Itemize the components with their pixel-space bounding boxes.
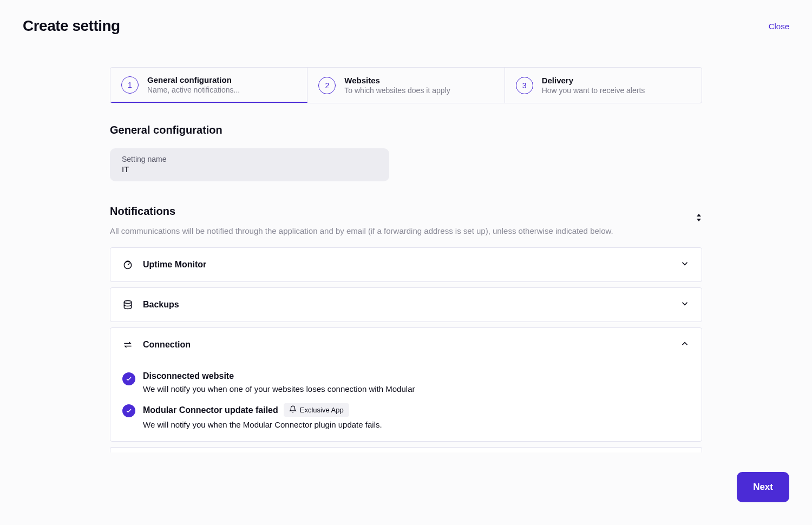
notification-item-disconnected-website: Disconnected website We will notify you … <box>122 371 690 393</box>
notification-description: We will notify you when one of your webs… <box>143 384 415 393</box>
setting-name-field[interactable]: Setting name IT <box>110 148 389 181</box>
page-title: Create setting <box>23 17 120 35</box>
check-toggle[interactable] <box>122 404 135 417</box>
chevron-down-icon <box>680 299 690 311</box>
notifications-description: All communications will be notified thro… <box>110 226 702 235</box>
panel-head-backups[interactable]: Backups <box>110 288 702 321</box>
bell-icon <box>289 405 297 415</box>
notification-description: We will notify you when the Modular Conn… <box>143 420 382 429</box>
close-button[interactable]: Close <box>769 22 789 31</box>
step-title: General configuration <box>147 75 240 84</box>
gauge-icon <box>122 259 133 270</box>
step-number: 2 <box>318 77 336 94</box>
check-toggle[interactable] <box>122 372 135 385</box>
section-general-title: General configuration <box>110 124 702 136</box>
step-subtitle: Name, active notifications... <box>147 86 240 94</box>
notification-item-connector-update-failed: Modular Connector update failed Exclusiv… <box>122 403 690 429</box>
notification-title: Modular Connector update failed <box>143 405 278 415</box>
svg-point-1 <box>124 301 131 304</box>
panel-head-uptime[interactable]: Uptime Monitor <box>110 248 702 281</box>
panel-title: Connection <box>143 340 670 350</box>
stepper: 1 General configuration Name, active not… <box>110 67 702 103</box>
exclusive-app-badge: Exclusive App <box>284 403 349 417</box>
step-title: Websites <box>344 76 450 85</box>
chevron-up-icon <box>680 339 690 351</box>
badge-label: Exclusive App <box>300 406 344 414</box>
step-title: Delivery <box>542 76 645 85</box>
step-websites[interactable]: 2 Websites To which websites does it app… <box>307 68 505 103</box>
next-button[interactable]: Next <box>737 472 789 502</box>
step-number: 1 <box>121 76 139 94</box>
panel-title: Backups <box>143 300 670 310</box>
step-subtitle: How you want to receive alerts <box>542 86 645 95</box>
notification-title: Disconnected website <box>143 371 234 381</box>
setting-name-value: IT <box>122 165 377 174</box>
setting-name-label: Setting name <box>122 155 377 163</box>
panel-title: Uptime Monitor <box>143 260 670 270</box>
database-icon <box>122 299 133 310</box>
panel-head-connection[interactable]: Connection <box>110 328 702 362</box>
step-number: 3 <box>516 77 533 94</box>
section-notifications-title: Notifications <box>110 205 175 218</box>
panel-backups: Backups <box>110 287 702 322</box>
step-delivery[interactable]: 3 Delivery How you want to receive alert… <box>505 68 702 103</box>
panel-uptime-monitor: Uptime Monitor <box>110 247 702 282</box>
panel-connection: Connection Disconnected website We will … <box>110 327 702 442</box>
exchange-icon <box>122 339 133 350</box>
step-subtitle: To which websites does it apply <box>344 86 450 95</box>
chevron-down-icon <box>680 259 690 271</box>
step-general-configuration[interactable]: 1 General configuration Name, active not… <box>110 68 307 103</box>
panel-partial <box>110 447 702 452</box>
sort-icon[interactable] <box>696 213 702 222</box>
